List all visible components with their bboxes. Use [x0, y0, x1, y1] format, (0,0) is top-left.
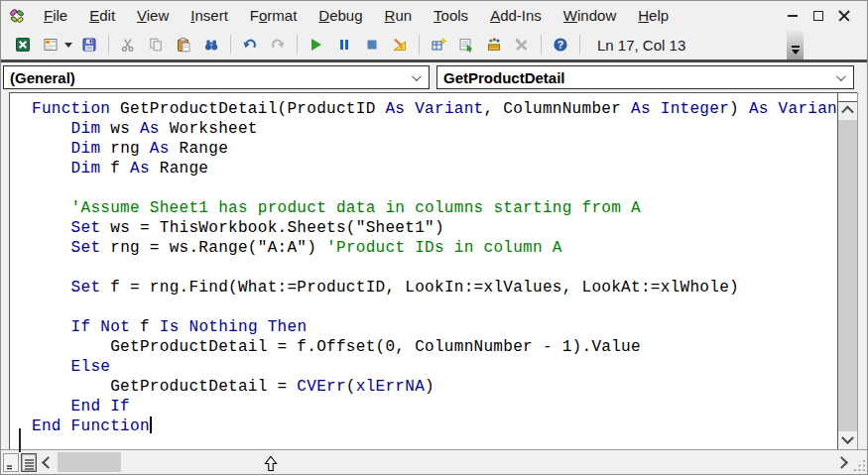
- menu-item-debug[interactable]: Debug: [308, 1, 373, 30]
- find-button[interactable]: [201, 32, 221, 58]
- menu-item-format[interactable]: Format: [239, 1, 309, 30]
- chevron-right-icon: [835, 456, 848, 469]
- insert-userform-dropdown[interactable]: [62, 32, 74, 58]
- horizontal-scrollbar[interactable]: [57, 451, 832, 473]
- toolbar-separator: [419, 35, 420, 55]
- code-lines: Function GetProductDetail(ProductID As V…: [32, 99, 837, 436]
- chevron-down-icon: [412, 71, 422, 81]
- toolbar-separator: [541, 35, 542, 55]
- toolbar-options-arrow-icon: [792, 50, 800, 55]
- scroll-left-button[interactable]: [39, 451, 57, 473]
- binoculars-icon: [203, 37, 219, 53]
- run-icon: [311, 39, 321, 51]
- toolbox-button[interactable]: [512, 32, 532, 58]
- paste-button[interactable]: [174, 32, 193, 58]
- scissors-icon: [120, 37, 136, 53]
- toolbar-separator: [108, 35, 109, 55]
- toolbar-options-button[interactable]: [787, 30, 804, 59]
- toolbar-options-icon: [792, 46, 800, 48]
- toolbar-separator: [579, 35, 580, 55]
- code-line-4[interactable]: Dim f As Range: [32, 159, 837, 178]
- split-box[interactable]: [838, 93, 857, 102]
- vertical-scrollbar[interactable]: [837, 92, 857, 449]
- project-explorer-button[interactable]: [429, 32, 448, 58]
- code-line-9[interactable]: [32, 258, 837, 278]
- menu-item-view[interactable]: View: [126, 1, 180, 30]
- copy-button[interactable]: [146, 32, 166, 58]
- code-line-3[interactable]: Dim rng As Range: [32, 139, 837, 159]
- toolbar-separator: [297, 35, 298, 55]
- svg-text:?: ?: [558, 39, 563, 51]
- procedure-view-button[interactable]: [3, 453, 19, 472]
- scroll-up-button[interactable]: [838, 102, 857, 119]
- minimize-button[interactable]: [780, 1, 806, 30]
- menu-item-add-ins[interactable]: Add-Ins: [479, 1, 553, 30]
- code-line-10[interactable]: Set f = rng.Find(What:=ProductID, LookIn…: [32, 278, 837, 297]
- menu-item-tools[interactable]: Tools: [423, 1, 479, 30]
- procedure-bar: (General) GetProductDetail: [1, 62, 867, 92]
- reset-button[interactable]: [362, 32, 382, 58]
- full-module-view-button[interactable]: [21, 453, 37, 472]
- menu-item-window[interactable]: Window: [553, 1, 627, 30]
- chevron-down-icon: [841, 431, 854, 444]
- code-line-12[interactable]: If Not f Is Nothing Then: [32, 317, 837, 337]
- code-line-1[interactable]: Function GetProductDetail(ProductID As V…: [32, 99, 837, 119]
- code-line-15[interactable]: GetProductDetail = CVErr(xlErrNA): [32, 377, 837, 397]
- object-dropdown[interactable]: (General): [3, 65, 430, 89]
- userform-icon: [43, 37, 59, 53]
- cut-button[interactable]: [118, 32, 138, 58]
- code-line-14[interactable]: Else: [32, 357, 837, 377]
- standard-toolbar: ? Ln 17, Col 13: [1, 30, 867, 59]
- view-microsoft-excel-button[interactable]: [13, 32, 33, 58]
- code-line-2[interactable]: Dim ws As Worksheet: [32, 119, 837, 139]
- code-line-16[interactable]: End If: [32, 397, 837, 416]
- toolbar-separator: [230, 35, 231, 55]
- close-button[interactable]: [831, 1, 857, 30]
- object-browser-button[interactable]: [484, 32, 504, 58]
- help-button[interactable]: ?: [551, 32, 570, 58]
- scroll-down-button[interactable]: [838, 432, 857, 449]
- undo-icon: [242, 37, 258, 53]
- menu-item-run[interactable]: Run: [374, 1, 424, 30]
- window-controls: [780, 1, 867, 30]
- chevron-up-icon: [841, 106, 854, 119]
- vertical-scroll-thumb[interactable]: [838, 120, 857, 431]
- bottom-bar: [1, 449, 867, 474]
- code-line-17[interactable]: End Function: [32, 416, 837, 436]
- close-icon: [838, 10, 850, 22]
- menu-item-file[interactable]: File: [33, 1, 78, 30]
- margin-strip: [1, 92, 9, 449]
- properties-window-button[interactable]: [456, 32, 476, 58]
- design-mode-button[interactable]: [390, 32, 410, 58]
- code-line-11[interactable]: [32, 297, 837, 317]
- object-browser-icon: [486, 37, 502, 53]
- code-line-7[interactable]: Set ws = ThisWorkbook.Sheets("Sheet1"): [32, 218, 837, 238]
- break-button[interactable]: [334, 32, 354, 58]
- resize-grip[interactable]: [850, 451, 867, 473]
- code-editor[interactable]: Function GetProductDetail(ProductID As V…: [9, 92, 837, 449]
- insert-userform-button[interactable]: [41, 32, 61, 58]
- undo-button[interactable]: [240, 32, 260, 58]
- save-button[interactable]: [79, 32, 99, 58]
- vba-app-icon: [7, 6, 27, 26]
- menu-item-help[interactable]: Help: [627, 1, 680, 30]
- cursor-position-label: Ln 17, Col 13: [597, 37, 685, 54]
- code-line-13[interactable]: GetProductDetail = f.Offset(0, ColumnNum…: [32, 337, 837, 357]
- restore-button[interactable]: [806, 1, 831, 30]
- procedure-dropdown[interactable]: GetProductDetail: [436, 65, 854, 89]
- menu-item-edit[interactable]: Edit: [78, 1, 126, 30]
- save-icon: [81, 37, 97, 53]
- object-dropdown-value: (General): [4, 69, 412, 86]
- menu-item-insert[interactable]: Insert: [180, 1, 239, 30]
- right-edge-strip: [857, 92, 867, 449]
- redo-button[interactable]: [268, 32, 288, 58]
- code-line-8[interactable]: Set rng = ws.Range("A:A") 'Product IDs i…: [32, 238, 837, 258]
- horizontal-scroll-thumb[interactable]: [58, 452, 121, 472]
- run-button[interactable]: [307, 32, 326, 58]
- code-window: Function GetProductDetail(ProductID As V…: [1, 92, 867, 449]
- code-line-5[interactable]: [32, 178, 837, 198]
- code-line-6[interactable]: 'Assume Sheet1 has product data in colum…: [32, 198, 837, 218]
- menu-bar: FileEditViewInsertFormatDebugRunToolsAdd…: [1, 1, 867, 30]
- scroll-right-button[interactable]: [832, 451, 850, 473]
- excel-icon: [15, 37, 31, 53]
